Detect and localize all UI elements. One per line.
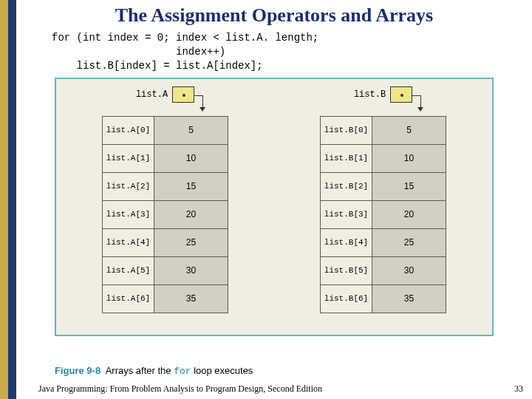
cell-label: list.B[6] [321,284,372,313]
pointer-box-right [390,86,412,103]
caption-text-after: loop executes [191,365,253,376]
pointer-dot [400,94,403,97]
arrow-segment [412,95,420,96]
var-row-right: list.B [354,86,412,103]
array-row: list.A[0]5 [103,116,228,144]
array-row: list.B[2]15 [321,172,446,200]
cell-label: list.B[2] [321,172,372,200]
cell-label: list.A[3] [103,200,154,228]
arrays-row: list.A list.A[0]5 list.A[1]10 list.A[2]1… [56,86,492,335]
cell-label: list.B[5] [321,256,372,284]
slide-content: The Assignment Operators and Arrays for … [16,0,532,399]
code-block: for (int index = 0; index < list.A. leng… [16,31,532,73]
footer-text: Java Programming: From Problem Analysis … [38,383,322,395]
figure-caption: Figure 9-8 Arrays after the for loop exe… [55,365,253,377]
cell-value: 15 [154,172,228,200]
code-line-1: for (int index = 0; index < list.A. leng… [52,32,318,44]
cell-value: 5 [372,116,446,144]
stripe-gold [0,0,8,399]
stripe-blue [8,0,16,399]
figure-box: list.A list.A[0]5 list.A[1]10 list.A[2]1… [55,78,494,336]
code-line-2: index++) [52,46,225,58]
array-row: list.B[0]5 [321,116,446,144]
array-row: list.A[1]10 [103,144,228,172]
page-number: 33 [514,383,523,395]
array-row: list.A[2]15 [103,172,228,200]
arrow-head-icon [417,107,423,112]
cell-value: 20 [154,200,228,228]
array-row: list.B[6]35 [321,284,446,313]
var-label-right: list.B [354,89,386,100]
caption-text-before: Arrays after the [106,365,174,376]
var-label-left: list.A [136,89,168,100]
cell-label: list.B[0] [321,116,372,144]
array-row: list.B[1]10 [321,144,446,172]
pointer-dot [183,94,185,97]
cell-value: 30 [372,256,446,284]
array-row: list.B[5]30 [321,256,446,284]
array-row: list.A[4]25 [103,228,228,256]
cell-label: list.B[3] [321,200,372,228]
cell-value: 25 [154,228,228,256]
cell-value: 10 [154,144,228,172]
array-right: list.B list.B[0]5 list.B[1]10 list.B[2]1… [320,86,446,335]
var-row-left: list.A [136,86,194,103]
array-left: list.A list.A[0]5 list.A[1]10 list.A[2]1… [102,86,228,335]
cell-label: list.B[4] [321,228,372,256]
slide-title: The Assignment Operators and Arrays [16,0,532,31]
cell-label: list.A[6] [103,284,154,313]
cell-label: list.A[1] [103,144,154,172]
array-row: list.B[3]20 [321,200,446,228]
cell-value: 5 [154,116,228,144]
array-row: list.B[4]25 [321,228,446,256]
array-row: list.A[5]30 [103,256,228,284]
cell-value: 20 [372,200,446,228]
array-row: list.A[3]20 [103,200,228,228]
cell-label: list.B[1] [321,144,372,172]
cell-value: 15 [372,172,446,200]
side-stripe [0,0,16,399]
cell-value: 25 [372,228,446,256]
cell-value: 35 [154,284,228,313]
figure-number: Figure 9-8 [55,365,100,376]
cell-label: list.A[2] [103,172,154,200]
arrow-segment [194,95,202,96]
array-table-right: list.B[0]5 list.B[1]10 list.B[2]15 list.… [320,116,446,313]
cell-value: 35 [372,284,446,313]
code-line-3: list.B[index] = list.A[index]; [52,60,263,72]
array-table-left: list.A[0]5 list.A[1]10 list.A[2]15 list.… [102,116,228,313]
arrow-head-icon [200,107,205,112]
pointer-box-left [172,86,194,103]
cell-value: 10 [372,144,446,172]
caption-keyword: for [174,366,191,377]
cell-label: list.A[5] [103,256,154,284]
cell-label: list.A[4] [103,228,154,256]
array-row: list.A[6]35 [103,284,228,313]
cell-label: list.A[0] [103,116,154,144]
cell-value: 30 [154,256,228,284]
